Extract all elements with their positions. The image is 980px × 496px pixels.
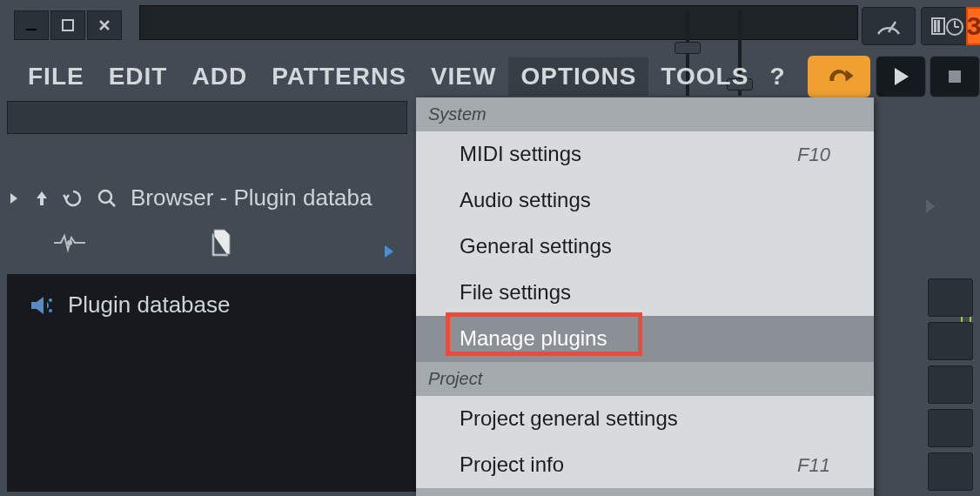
menu-help[interactable]: ? xyxy=(761,57,794,96)
menu-view[interactable]: VIEW xyxy=(419,57,509,96)
gauge-button[interactable] xyxy=(862,7,916,45)
grid-cell[interactable] xyxy=(928,365,973,404)
option-general-settings[interactable]: General settings xyxy=(416,224,874,270)
menu-patterns[interactable]: PATTERNS xyxy=(259,57,419,96)
svg-point-3 xyxy=(67,240,72,245)
grid-cell[interactable] xyxy=(928,452,973,491)
svg-point-4 xyxy=(49,298,52,302)
undo-icon[interactable] xyxy=(63,188,84,209)
svg-rect-10 xyxy=(949,70,961,83)
svg-rect-1 xyxy=(63,20,73,30)
redo-button[interactable] xyxy=(808,56,870,97)
expand-arrow-icon[interactable] xyxy=(383,244,395,263)
maximize-button[interactable] xyxy=(50,10,85,40)
browser-content: Plugin database xyxy=(7,274,418,492)
option-project-info[interactable]: Project info F11 xyxy=(416,442,874,488)
pattern-grid xyxy=(928,278,973,491)
svg-rect-7 xyxy=(934,20,936,32)
menu-file[interactable]: FILE xyxy=(16,57,97,96)
close-button[interactable] xyxy=(87,10,122,40)
grid-cell[interactable] xyxy=(928,409,973,447)
plugin-database-label: Plugin database xyxy=(68,292,230,318)
minimize-button[interactable] xyxy=(14,10,49,40)
document-icon[interactable] xyxy=(209,228,235,258)
plugin-database-item[interactable]: Plugin database xyxy=(7,274,418,336)
stop-button[interactable] xyxy=(930,56,980,97)
speaker-icon xyxy=(28,293,56,318)
search-icon[interactable] xyxy=(96,187,118,210)
toolbar-strip xyxy=(7,101,407,134)
menu-tools[interactable]: TOOLS xyxy=(648,57,761,96)
svg-point-2 xyxy=(99,191,111,203)
browser-tool-icons xyxy=(52,228,235,258)
option-manage-plugins[interactable]: Manage plugins xyxy=(416,316,874,362)
transport-controls xyxy=(876,56,980,97)
browser-header: Browser - Plugin databa xyxy=(7,184,372,211)
top-right-controls xyxy=(862,7,975,45)
options-dropdown: System MIDI settings F10 Audio settings … xyxy=(416,97,874,496)
grid-cell[interactable] xyxy=(928,278,973,317)
counter-display: 3 xyxy=(966,7,980,45)
play-button[interactable] xyxy=(876,56,926,97)
window-controls xyxy=(9,5,127,45)
option-audio-settings[interactable]: Audio settings xyxy=(416,178,874,224)
browser-title: Browser - Plugin databa xyxy=(131,184,372,211)
grid-cell[interactable] xyxy=(928,322,973,360)
section-system: System xyxy=(416,97,874,131)
menu-add[interactable]: ADD xyxy=(179,57,259,96)
section-project: Project xyxy=(416,362,874,396)
panel-expand-icon[interactable] xyxy=(923,196,938,220)
section-info: Info xyxy=(416,488,874,496)
menu-edit[interactable]: EDIT xyxy=(97,57,180,96)
svg-point-5 xyxy=(49,309,52,312)
up-arrow-icon[interactable] xyxy=(33,188,50,209)
menu-options[interactable]: OPTIONS xyxy=(508,57,648,96)
collapse-icon[interactable] xyxy=(7,190,21,207)
option-project-general[interactable]: Project general settings xyxy=(416,396,874,442)
option-file-settings[interactable]: File settings xyxy=(416,270,874,316)
menubar: FILE EDIT ADD PATTERNS VIEW OPTIONS TOOL… xyxy=(0,54,810,99)
svg-rect-8 xyxy=(937,20,940,32)
svg-rect-0 xyxy=(26,29,37,30)
waveform-icon[interactable] xyxy=(52,231,87,255)
option-midi-settings[interactable]: MIDI settings F10 xyxy=(416,131,874,178)
